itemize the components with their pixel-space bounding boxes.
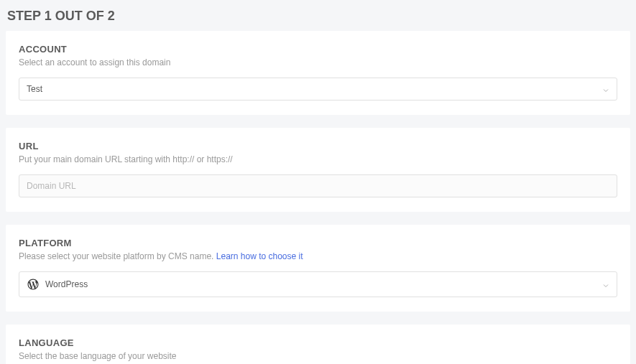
account-title: ACCOUNT xyxy=(19,44,617,55)
platform-select-value: WordPress xyxy=(45,279,88,289)
account-select-value: Test xyxy=(27,84,42,94)
language-subtitle: Select the base language of your website xyxy=(19,351,617,361)
platform-subtitle-text: Please select your website platform by C… xyxy=(19,251,216,261)
platform-subtitle: Please select your website platform by C… xyxy=(19,251,617,261)
language-title: LANGUAGE xyxy=(19,337,617,348)
wordpress-icon xyxy=(27,278,40,291)
url-input[interactable] xyxy=(19,174,617,197)
account-subtitle: Select an account to assign this domain xyxy=(19,57,617,67)
url-subtitle: Put your main domain URL starting with h… xyxy=(19,154,617,164)
platform-select[interactable]: WordPress xyxy=(19,271,617,297)
platform-learn-link[interactable]: Learn how to choose it xyxy=(216,251,303,261)
language-card: LANGUAGE Select the base language of you… xyxy=(6,325,630,364)
url-card: URL Put your main domain URL starting wi… xyxy=(6,128,630,212)
platform-card: PLATFORM Please select your website plat… xyxy=(6,225,630,312)
step-header: STEP 1 OUT OF 2 xyxy=(0,0,636,31)
account-card: ACCOUNT Select an account to assign this… xyxy=(6,31,630,115)
url-title: URL xyxy=(19,141,617,151)
account-select[interactable]: Test xyxy=(19,78,617,101)
platform-title: PLATFORM xyxy=(19,238,617,248)
